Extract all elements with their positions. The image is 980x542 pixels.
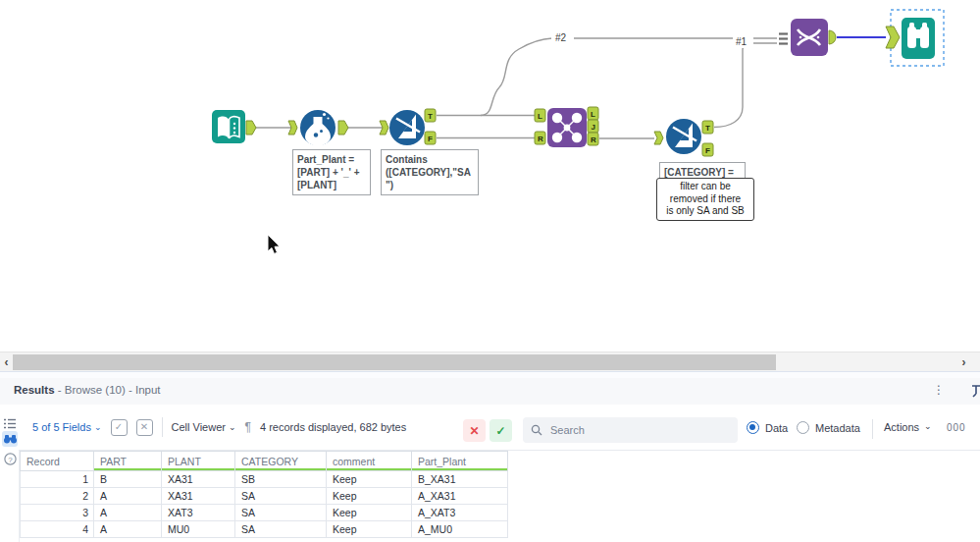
actions-dropdown[interactable]: Actions ⌄ [884,421,932,433]
cell[interactable]: A_XA31 [412,488,508,505]
connection-label-2: #2 [555,32,567,43]
cell[interactable]: SA [235,488,327,505]
cell[interactable]: Keep [327,505,412,521]
cell-viewer-dropdown[interactable]: Cell Viewer ⌄ [172,421,236,433]
metadata-radio[interactable]: Metadata [797,421,860,434]
true-output-button[interactable]: ✓ [490,419,512,442]
cell[interactable]: A_XAT3 [412,505,508,521]
profile-list-icon[interactable] [2,415,18,431]
output-anchor-true[interactable]: T [425,109,436,122]
cell[interactable]: Keep [327,521,412,538]
table-row[interactable]: 3AXAT3SAKeepA_XAT3 [21,505,508,521]
cell[interactable]: 4 [21,521,94,538]
input-anchor[interactable] [654,132,663,144]
cell[interactable]: A [94,488,162,505]
output-anchor-false[interactable]: F [425,132,436,144]
svg-text:T: T [428,112,433,121]
output-anchor[interactable] [338,121,348,135]
results-title: Results - Browse (10) - Input [14,384,161,396]
column-header-Record[interactable]: Record [21,452,94,471]
join-tool[interactable]: L R L J R [535,107,598,147]
join-multiple-tool[interactable] [791,19,836,56]
chevron-down-icon: ⌄ [229,422,236,432]
output-anchor-left[interactable]: L [588,107,598,120]
filter-tool-2[interactable]: T F [654,119,713,156]
input-anchor[interactable] [886,27,900,48]
input-anchor-left[interactable]: L [535,109,545,122]
cell[interactable]: 2 [21,488,94,505]
scroll-left-icon[interactable]: ‹ [0,352,13,372]
browse-tool[interactable] [886,10,944,66]
input-anchor-right[interactable]: R [535,132,545,144]
scrollbar-thumb[interactable] [13,354,776,370]
horizontal-scrollbar[interactable]: ‹ › [0,352,980,372]
clipped-pin-icon[interactable] [969,384,980,398]
fields-dropdown[interactable]: 5 of 5 Fields ⌄ [32,421,102,433]
cell[interactable]: B_XA31 [412,471,508,488]
scroll-right-icon[interactable]: › [957,352,970,372]
kebab-menu-icon[interactable]: ⋮ [933,383,945,397]
svg-text:L: L [538,112,542,121]
formula-tool[interactable] [288,110,348,146]
workflow-canvas[interactable]: #2 #1 [0,0,980,352]
overflow-text: 000 [947,422,966,433]
cell[interactable]: MU0 [162,521,235,538]
formula-annotation[interactable]: Part_Plant = [PART] + '_' + [PLANT] [292,149,371,195]
search-input[interactable] [548,423,719,437]
whitespace-toggle-icon[interactable]: ¶ [245,420,251,434]
multi-input-marker [779,34,788,44]
column-header-PART[interactable]: PART [94,452,162,471]
output-anchor-right[interactable]: R [588,133,598,145]
search-box[interactable] [523,417,738,443]
cell[interactable]: XA31 [162,471,235,488]
results-header: Results - Browse (10) - Input ⋮ [0,378,980,406]
cell[interactable]: A_MU0 [412,521,508,538]
cell[interactable]: A [94,505,162,521]
input-data-tool[interactable] [212,110,256,143]
filter1-annotation[interactable]: Contains ([CATEGORY],"SA ") [381,149,479,195]
column-header-comment[interactable]: comment [327,452,412,471]
output-anchor-join[interactable]: J [588,120,598,133]
output-anchor-true[interactable]: T [702,121,713,134]
radio-unselected-icon[interactable] [797,421,809,434]
output-anchor-false[interactable]: F [702,143,713,156]
connection-2[interactable] [481,38,777,116]
help-icon[interactable]: ? [2,451,18,466]
results-data-grid[interactable]: RecordPARTPLANTCATEGORYcommentPart_Plant… [20,451,508,538]
cell[interactable]: 1 [21,471,94,488]
table-row[interactable]: 2AXA31SAKeepA_XA31 [21,488,508,505]
cell[interactable]: Keep [327,488,412,505]
filter-tool-1[interactable]: T F [380,109,436,145]
cell[interactable]: 3 [21,505,94,521]
svg-text:F: F [428,135,433,143]
output-anchor[interactable] [246,121,256,135]
book-icon [218,117,229,138]
connection-1[interactable] [714,43,777,128]
results-title-bold: Results [14,384,55,396]
output-anchor[interactable] [829,30,836,44]
column-header-CATEGORY[interactable]: CATEGORY [235,452,327,471]
search-icon [531,424,542,436]
column-header-Part_Plant[interactable]: Part_Plant [412,452,508,471]
table-row[interactable]: 4AMU0SAKeepA_MU0 [21,521,508,538]
cell[interactable]: B [94,471,162,488]
cell[interactable]: A [94,521,162,538]
table-row[interactable]: 1BXA31SBKeepB_XA31 [21,471,508,488]
radio-selected-icon[interactable] [747,421,759,434]
cell[interactable]: SB [235,471,327,488]
deselect-icon[interactable]: ✕ [136,419,153,436]
select-all-checkbox-icon[interactable]: ✓ [111,419,128,436]
comment-tooltip: filter can be removed if there is only S… [656,178,754,221]
data-radio[interactable]: Data [747,421,788,434]
cell[interactable]: Keep [327,471,412,488]
cell[interactable]: SA [235,505,327,521]
cell[interactable]: XAT3 [162,505,235,521]
false-output-button[interactable]: ✕ [463,419,486,442]
results-title-rest: - Browse (10) - Input [55,384,161,396]
column-header-PLANT[interactable]: PLANT [162,452,235,471]
results-toolbar: 5 of 5 Fields ⌄ ✓ ✕ Cell Viewer ⌄ ¶ 4 re… [19,405,980,451]
cell[interactable]: SA [235,521,327,538]
svg-text:F: F [705,146,710,155]
cell[interactable]: XA31 [162,488,235,505]
browse-view-icon[interactable] [2,431,18,447]
